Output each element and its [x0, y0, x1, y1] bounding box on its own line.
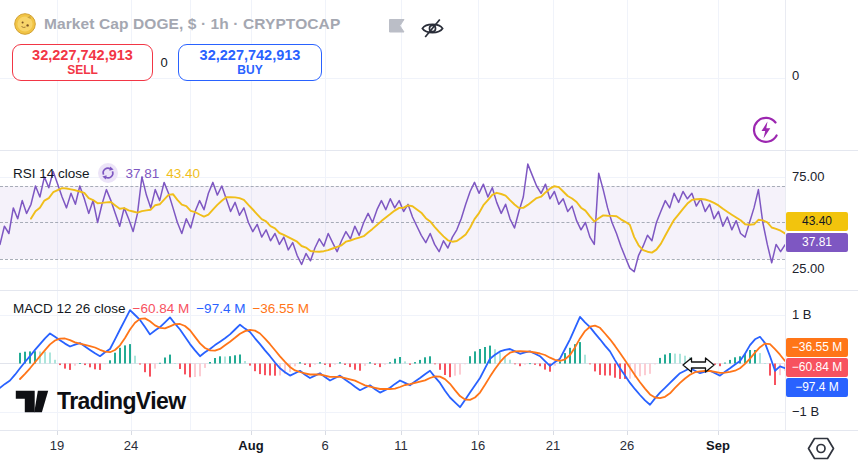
lightning-icon[interactable]: [748, 112, 784, 148]
axis-label-rsi-top: 75.00: [792, 169, 825, 184]
doge-coin-icon: [14, 13, 36, 35]
macd-line-badge: −97.4 M: [786, 378, 848, 397]
time-tick: [401, 431, 402, 435]
buy-label: BUY: [237, 64, 262, 77]
tradingview-logo[interactable]: TradingView: [14, 388, 185, 415]
time-tick: [251, 431, 252, 435]
time-tick: [627, 431, 628, 435]
flag-icon[interactable]: [388, 19, 406, 33]
axis-label-zero: 0: [792, 68, 799, 83]
time-tick: [553, 431, 554, 435]
macd-line-value: −97.4 M: [196, 301, 245, 316]
symbol-title[interactable]: Market Cap DOGE, $ · 1h · CRYPTOCAP: [44, 15, 340, 33]
macd-histogram-badge: −60.84 M: [786, 358, 848, 377]
time-label: 19: [50, 438, 64, 453]
time-label: 24: [124, 438, 138, 453]
refresh-icon[interactable]: [97, 162, 119, 184]
macd-signal-badge: −36.55 M: [786, 338, 848, 357]
spread-value: 0: [156, 55, 172, 70]
rsi-badge: 37.81: [786, 233, 848, 252]
macd-title[interactable]: MACD 12 26 close: [13, 301, 126, 316]
buy-button[interactable]: 32,227,742,913 BUY: [178, 44, 322, 81]
rsi-ma-badge: 43.40: [786, 212, 848, 231]
sell-button[interactable]: 32,227,742,913 SELL: [12, 44, 153, 81]
axis-label-rsi-bottom: 25.00: [792, 261, 825, 276]
macd-histogram-value: −60.84 M: [133, 301, 190, 316]
macd-header: MACD 12 26 close −60.84 M −97.4 M −36.55…: [13, 301, 309, 316]
time-label: Aug: [238, 438, 263, 453]
time-label: 26: [620, 438, 634, 453]
time-tick: [131, 431, 132, 435]
axis-label-macd-bottom: −1 B: [792, 404, 819, 419]
rsi-ma-value: 43.40: [166, 166, 200, 181]
time-tick: [478, 431, 479, 435]
time-label: Sep: [706, 438, 730, 453]
rsi-header: RSI 14 close 37.81 43.40: [13, 162, 200, 184]
time-label: 21: [546, 438, 560, 453]
rsi-value: 37.81: [126, 166, 160, 181]
tradingview-logo-text: TradingView: [57, 388, 185, 415]
resize-cursor-icon: [682, 355, 715, 375]
tradingview-chart: Market Cap DOGE, $ · 1h · CRYPTOCAP 32,2…: [0, 0, 858, 467]
time-label: 16: [471, 438, 485, 453]
macd-signal-value: −36.55 M: [252, 301, 309, 316]
symbol-header: Market Cap DOGE, $ · 1h · CRYPTOCAP: [14, 13, 340, 35]
rsi-title[interactable]: RSI 14 close: [13, 166, 90, 181]
sell-value: 32,227,742,913: [32, 48, 133, 64]
time-tick: [57, 431, 58, 435]
axis-label-macd-top: 1 B: [792, 307, 812, 322]
time-label: 6: [321, 438, 328, 453]
time-tick: [718, 431, 719, 435]
time-label: 11: [394, 438, 408, 453]
buy-value: 32,227,742,913: [200, 48, 301, 64]
visibility-off-icon[interactable]: [419, 15, 446, 42]
sell-label: SELL: [67, 64, 98, 77]
time-tick: [325, 431, 326, 435]
time-axis[interactable]: 1924Aug611162126Sep: [0, 431, 858, 467]
tradingview-logo-mark: [14, 388, 50, 415]
hexagon-settings-icon[interactable]: [806, 435, 836, 462]
